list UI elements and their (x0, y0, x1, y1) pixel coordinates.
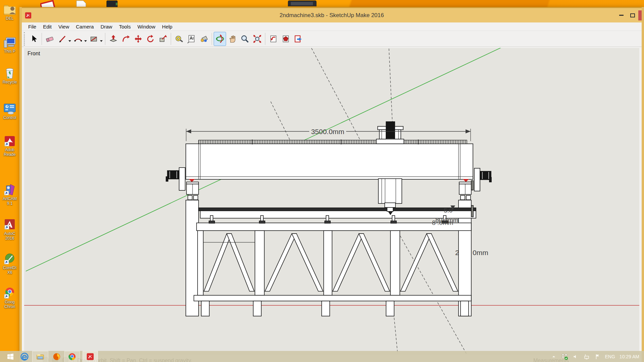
export-icon (293, 34, 303, 44)
folder-user-icon (3, 3, 17, 16)
toolbar-grip[interactable] (24, 32, 26, 46)
minimize-button[interactable] (615, 10, 627, 20)
desktop-icon-label: Adob (0, 147, 19, 152)
menu-edit[interactable]: Edit (40, 22, 55, 31)
dropbox-icon[interactable] (561, 353, 568, 360)
taskbar-chrome[interactable] (64, 351, 80, 362)
desktop-icon-control[interactable]: Control (0, 103, 19, 120)
volume-icon[interactable] (573, 354, 579, 360)
previous-view-icon (269, 34, 278, 44)
line-tool-button[interactable] (56, 32, 68, 46)
desktop-icon-this-pc[interactable]: This P (0, 36, 19, 54)
menu-view[interactable]: View (55, 22, 72, 31)
arc-tool-dropdown-icon[interactable] (84, 40, 87, 42)
firefox-icon (52, 352, 61, 361)
follow-me-icon (121, 34, 130, 44)
desktop-icon-label: DEL (0, 16, 19, 21)
follow-me-tool-button[interactable] (119, 32, 132, 46)
titlebar[interactable]: 2ndmachine3.skb - SketchUp Make 2016 (22, 7, 642, 22)
zoom-magnifier-icon (240, 34, 250, 44)
model-info-button[interactable] (279, 32, 292, 46)
zoom-tool-button[interactable] (238, 32, 251, 46)
line-tool-dropdown-icon[interactable] (68, 40, 71, 42)
dimension-bed-label: 80.0mm (435, 217, 459, 224)
desktop-icon-adobe[interactable]: Adob Reade (0, 135, 19, 157)
windows-logo-icon (6, 353, 14, 361)
sketchup-window: 2ndmachine3.skb - SketchUp Make 2016 Fil… (19, 7, 644, 362)
control-panel-icon (3, 103, 17, 115)
desktop-icon-artcam[interactable]: ArtCAM 9.1 (0, 184, 19, 206)
dimension-width-label: 3500.0mm (311, 128, 344, 135)
export-button[interactable] (292, 32, 304, 46)
rotate-icon (146, 34, 155, 44)
viewport[interactable]: Front (24, 48, 639, 362)
desktop-icon-autocad[interactable]: AutoC 2016 (0, 219, 19, 241)
taskbar-sketchup[interactable] (83, 351, 98, 362)
close-button[interactable] (638, 10, 642, 20)
menu-help[interactable]: Help (159, 22, 176, 31)
recycle-bin-icon (3, 66, 16, 80)
pan-hand-icon (228, 34, 237, 44)
menu-file[interactable]: File (25, 22, 40, 31)
move-tool-button[interactable] (132, 32, 144, 46)
previous-view-button[interactable] (267, 32, 279, 46)
hidden-icons-chevron-icon[interactable] (551, 354, 556, 359)
orbit-tool-button[interactable] (214, 32, 226, 46)
computer-icon (3, 36, 17, 49)
maximize-button[interactable] (627, 10, 638, 20)
select-arrow-icon (29, 34, 39, 44)
language-indicator[interactable]: ENG (605, 354, 615, 359)
arc-icon (73, 34, 83, 44)
start-button[interactable] (5, 352, 16, 361)
select-tool-button[interactable] (28, 32, 40, 46)
menu-camera[interactable]: Camera (72, 22, 97, 31)
autocad-icon (3, 219, 16, 231)
paint-bucket-icon (199, 34, 209, 44)
taskbar-firefox[interactable] (52, 352, 62, 361)
desktop-icon-recycle[interactable]: Recycle (0, 66, 19, 84)
action-center-flag-icon[interactable] (595, 354, 601, 360)
menu-draw[interactable]: Draw (97, 22, 116, 31)
text-tool-button[interactable] (185, 32, 198, 46)
chrome-icon (3, 287, 16, 300)
desktop: DEL This P Recycle Control (0, 0, 20, 362)
zoom-extents-tool-button[interactable] (251, 32, 263, 46)
desktop-icon-del[interactable]: DEL (0, 3, 19, 21)
shapes-tool-button[interactable] (88, 32, 100, 46)
desktop-icon-label: Control (0, 115, 19, 120)
desktop-icon-label2: Reade (0, 152, 19, 157)
desktop-icon-chrome[interactable]: Goog Chron (0, 287, 19, 309)
desktop-icon-label: This P (0, 49, 19, 54)
desktop-icon-label2: X6 (0, 270, 19, 275)
dimension-height-left-label: 2 (455, 249, 459, 256)
offset-tool-button[interactable] (157, 32, 169, 46)
rotate-tool-button[interactable] (144, 32, 157, 46)
shapes-tool-dropdown-icon[interactable] (100, 40, 103, 42)
desktop-icon-coreldraw[interactable]: CorelDI X6 (0, 253, 19, 275)
artcam-icon (3, 184, 16, 196)
orbit-icon (215, 34, 225, 44)
network-icon[interactable] (583, 354, 590, 360)
taskbar-internet-explorer[interactable] (19, 352, 30, 361)
tape-measure-tool-button[interactable] (173, 32, 185, 46)
text-a1-icon (187, 34, 196, 44)
construction-lines (271, 48, 471, 362)
clock[interactable]: 10:29 AM (620, 354, 639, 359)
internet-explorer-icon (20, 352, 29, 361)
menu-tools[interactable]: Tools (116, 22, 134, 31)
sketchup-icon (86, 352, 95, 361)
taskbar-file-explorer[interactable] (32, 351, 48, 362)
dimension-height-right-label: 0mm (473, 249, 488, 256)
menubar: File Edit View Camera Draw Tools Window … (22, 22, 642, 31)
paint-bucket-tool-button[interactable] (198, 32, 210, 46)
toolbar (22, 31, 642, 47)
desktop-icon-label2: 2016 (0, 236, 19, 241)
partial-desktop-icon (287, 0, 317, 8)
eraser-tool-button[interactable] (44, 32, 56, 46)
arc-tool-button[interactable] (72, 32, 84, 46)
menu-window[interactable]: Window (134, 22, 159, 31)
pan-tool-button[interactable] (226, 32, 238, 46)
push-pull-tool-button[interactable] (107, 32, 119, 46)
file-explorer-icon (36, 352, 45, 361)
model-scene[interactable]: 3500.0mm 5.0 8 .0mm 80.0mm 2 0mm (24, 48, 639, 362)
